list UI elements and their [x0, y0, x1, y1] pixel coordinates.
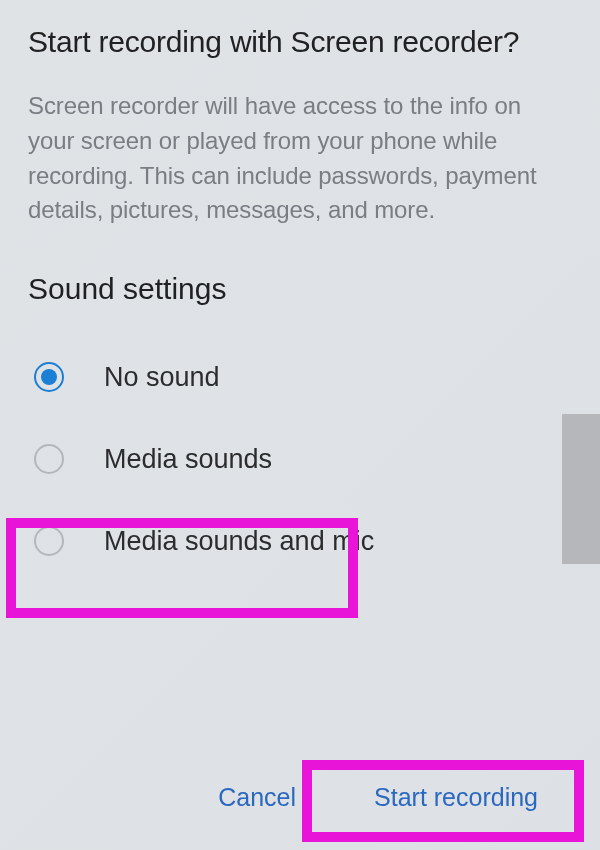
- sound-settings-heading: Sound settings: [28, 272, 572, 306]
- option-label: Media sounds: [104, 444, 272, 475]
- screen-recorder-dialog: Start recording with Screen recorder? Sc…: [0, 0, 600, 582]
- option-label: No sound: [104, 362, 220, 393]
- dialog-title: Start recording with Screen recorder?: [28, 22, 572, 61]
- cancel-button[interactable]: Cancel: [204, 773, 310, 822]
- sound-options-group: No sound Media sounds Media sounds and m…: [28, 336, 572, 582]
- dialog-actions: Cancel Start recording: [0, 773, 600, 822]
- external-edge-bar: [562, 414, 600, 564]
- option-no-sound[interactable]: No sound: [28, 336, 572, 418]
- radio-icon: [34, 526, 64, 556]
- radio-icon: [34, 362, 64, 392]
- option-media-sounds[interactable]: Media sounds: [28, 418, 572, 500]
- dialog-description: Screen recorder will have access to the …: [28, 89, 572, 228]
- option-label: Media sounds and mic: [104, 526, 374, 557]
- start-recording-button[interactable]: Start recording: [360, 773, 552, 822]
- radio-icon: [34, 444, 64, 474]
- option-media-sounds-and-mic[interactable]: Media sounds and mic: [28, 500, 572, 582]
